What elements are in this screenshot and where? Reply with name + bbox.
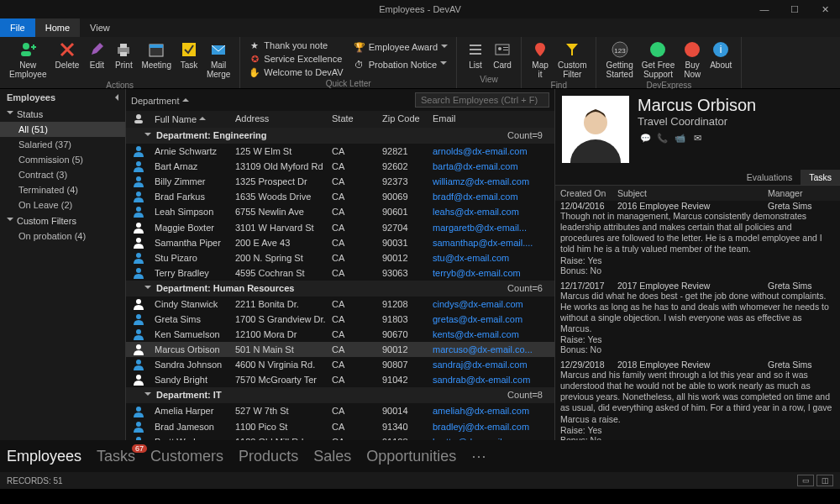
table-row[interactable]: Brett Wade1120 Old Mill Rd.CA91108brettw… [126, 434, 554, 440]
sidebar-item[interactable]: Terminated (4) [0, 182, 125, 197]
review-item[interactable]: 12/04/20162016 Employee ReviewGreta Sims… [560, 201, 835, 276]
getting-started-button[interactable]: 123Getting Started [601, 39, 637, 81]
col-email[interactable]: Email [433, 113, 554, 125]
nav-sales[interactable]: Sales [313, 448, 351, 465]
svg-rect-1 [21, 51, 31, 56]
svg-point-41 [136, 407, 141, 412]
sidebar-item[interactable]: On probation (4) [0, 228, 125, 244]
sidebar-item[interactable]: Salaried (37) [0, 137, 125, 152]
map-it-button[interactable]: Map it [527, 39, 554, 81]
nav-more[interactable]: ⋯ [471, 447, 486, 465]
window-title: Employees - DevAV [379, 4, 461, 14]
table-row[interactable]: Greta Sims1700 S Grandview Dr.CA91803gre… [126, 312, 554, 327]
probation-notice-button[interactable]: ⏱Probation Notice [350, 58, 451, 71]
table-row[interactable]: Ken Samuelson12100 Mora DrCA90670kents@d… [126, 327, 554, 342]
table-row[interactable]: Billy Zimmer1325 Prospect DrCA92373willi… [126, 174, 554, 189]
view-toggle-2[interactable]: ◫ [816, 475, 833, 486]
table-row[interactable]: Sandy Bright7570 McGroarty TerCA91042san… [126, 372, 554, 387]
mail-icon[interactable]: ✉ [690, 133, 706, 146]
dept-header[interactable]: Department: EngineeringCount=9 [126, 128, 554, 144]
video-icon[interactable]: 📹 [673, 133, 688, 146]
review-item[interactable]: 12/29/20182018 Employee ReviewGreta Sims… [560, 360, 835, 440]
thank-you-note-button[interactable]: ★Thank you note [245, 39, 346, 52]
nav-employees[interactable]: Employees [7, 448, 81, 465]
buy-now-button[interactable]: Buy Now [679, 39, 706, 81]
welcome-button[interactable]: ✋Welcome to DevAV [245, 66, 346, 79]
custom-filters-group[interactable]: Custom Filters [0, 213, 125, 228]
sidebar-item[interactable]: All (51) [0, 122, 125, 137]
review-item[interactable]: 12/17/20172017 Employee ReviewGreta Sims… [560, 281, 835, 355]
file-tab[interactable]: File [0, 18, 35, 37]
table-row[interactable]: Cindy Stanwick2211 Bonita Dr.CA91208cind… [126, 297, 554, 312]
table-row[interactable]: Terry Bradley4595 Cochran StCA93063terry… [126, 265, 554, 281]
print-button[interactable]: Print [110, 39, 137, 81]
view-tab[interactable]: View [80, 18, 120, 37]
col-address[interactable]: Address [235, 113, 332, 125]
about-button[interactable]: iAbout [706, 39, 736, 81]
nav-tasks[interactable]: Tasks67 [97, 448, 135, 465]
evaluations-tab[interactable]: Evaluations [738, 170, 801, 185]
person-icon[interactable] [126, 113, 151, 125]
nav-products[interactable]: Products [239, 448, 298, 465]
collapse-sidebar-icon[interactable] [112, 92, 118, 102]
table-row[interactable]: Leah Simpson6755 Newlin AveCA90601leahs@… [126, 204, 554, 219]
new-employee-button[interactable]: New Employee [5, 39, 50, 81]
table-row[interactable]: Stu Pizaro200 N. Spring StCA90012stu@dx-… [126, 250, 554, 265]
sidebar-item[interactable]: On Leave (2) [0, 197, 125, 213]
meeting-button[interactable]: Meeting [137, 39, 176, 81]
svg-point-30 [136, 207, 141, 212]
col-subject[interactable]: Subject [617, 188, 768, 198]
svg-rect-17 [503, 50, 508, 50]
table-row[interactable]: Brad Jameson1100 Pico StCA91340bradleyj@… [126, 419, 554, 434]
employee-award-button[interactable]: 🏆Employee Award [350, 40, 451, 54]
col-zip[interactable]: Zip Code [382, 113, 433, 125]
col-full-name[interactable]: Full Name [151, 113, 235, 125]
sidebar-item[interactable]: Contract (3) [0, 167, 125, 182]
svg-point-21 [685, 42, 700, 57]
star-icon: ★ [249, 39, 260, 51]
view-toggle-1[interactable]: ▭ [797, 475, 814, 486]
dept-header[interactable]: Department: ITCount=8 [126, 387, 554, 403]
sidebar-item[interactable]: Commission (5) [0, 152, 125, 167]
table-row[interactable]: Maggie Boxter3101 W Harvard StCA92704mar… [126, 219, 554, 234]
nav-customers[interactable]: Customers [150, 448, 223, 465]
phone-icon[interactable]: 📞 [655, 133, 670, 146]
card-view-button[interactable]: Card [489, 39, 516, 75]
tasks-tab[interactable]: Tasks [801, 170, 840, 185]
svg-point-26 [136, 146, 141, 151]
search-input[interactable] [415, 92, 549, 108]
edit-button[interactable]: Edit [83, 39, 110, 81]
home-tab[interactable]: Home [35, 18, 80, 37]
list-view-button[interactable]: List [462, 39, 489, 75]
dept-header[interactable]: Department: Human ResourcesCount=6 [126, 281, 554, 297]
close-button[interactable]: ✕ [810, 0, 840, 18]
col-state[interactable]: State [332, 113, 382, 125]
table-row[interactable]: Samantha Piper200 E Ave 43CA90031samanth… [126, 235, 554, 250]
status-group[interactable]: Status [0, 106, 125, 122]
chat-icon[interactable]: 💬 [638, 133, 653, 146]
person-plus-icon [18, 40, 37, 59]
mail-merge-button[interactable]: Mail Merge [202, 39, 234, 81]
table-row[interactable]: Amelia Harper527 W 7th StCA90014ameliah@… [126, 403, 554, 418]
table-row[interactable]: Marcus Orbison501 N Main StCA90012marcus… [126, 342, 554, 357]
svg-rect-25 [134, 120, 143, 123]
nav-opportunities[interactable]: Opportunities [366, 448, 456, 465]
table-row[interactable]: Brad Farkus1635 Woods DriveCA90069bradf@… [126, 189, 554, 204]
number-icon: 123 [611, 40, 629, 59]
col-manager[interactable]: Manager [768, 188, 835, 198]
delete-button[interactable]: Delete [50, 39, 83, 81]
table-row[interactable]: Sandra Johnson4600 N Virginia Rd.CA90807… [126, 357, 554, 372]
minimize-button[interactable]: — [749, 0, 780, 18]
table-row[interactable]: Bart Arnaz13109 Old Myford RdCA92602bart… [126, 159, 554, 174]
col-created-on[interactable]: Created On [560, 188, 617, 198]
task-button[interactable]: Task [176, 39, 202, 81]
service-excellence-button[interactable]: ✪Service Excellence [245, 52, 346, 66]
maximize-button[interactable]: ☐ [780, 0, 810, 18]
custom-filter-button[interactable]: Custom Filter [554, 39, 591, 81]
get-free-support-button[interactable]: Get Free Support [638, 39, 679, 81]
card-icon [493, 40, 512, 59]
table-row[interactable]: Arnie Schwartz125 W Elm StCA92821arnolds… [126, 144, 554, 159]
svg-rect-8 [150, 45, 163, 48]
grid-header: Full Name Address State Zip Code Email [126, 111, 554, 128]
group-by-label[interactable]: Department [131, 95, 189, 106]
